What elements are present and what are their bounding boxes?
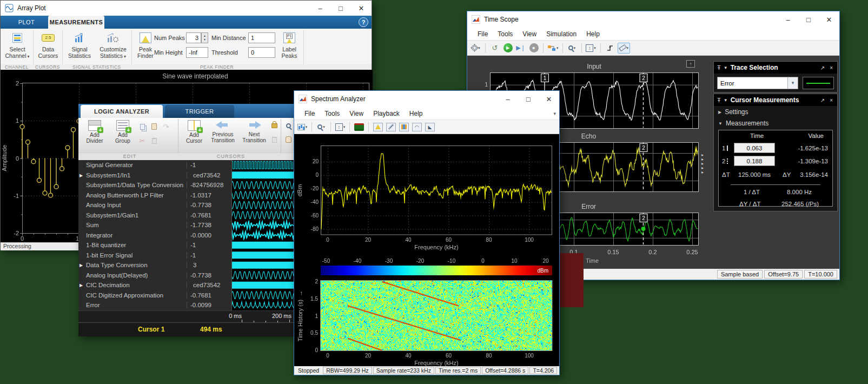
add-group-button[interactable]: + Add Group: [110, 120, 136, 144]
cursor2-time-input[interactable]: 0.188: [734, 156, 775, 166]
expand-arrow-icon[interactable]: ▶: [79, 263, 83, 268]
table-row[interactable]: Sum-1.7738: [78, 220, 231, 230]
zoom-in-button[interactable]: [284, 121, 293, 130]
threshold-input[interactable]: 0: [248, 47, 275, 58]
table-row[interactable]: 1-Bit quantizer-1: [78, 240, 231, 250]
stop-button[interactable]: ■: [528, 43, 539, 54]
cursor-name[interactable]: Cursor 1: [138, 326, 164, 333]
cursor1-time-input[interactable]: 0.063: [734, 143, 775, 153]
autoscale-button[interactable]: ↕▾: [335, 122, 346, 133]
signal-statistics-button[interactable]: Signal Statistics: [64, 31, 95, 59]
maximize-button[interactable]: □: [518, 91, 539, 107]
menu-item-file[interactable]: File: [473, 29, 493, 39]
menu-item-file[interactable]: File: [300, 108, 320, 119]
add-cursor-button[interactable]: + Add Cursor: [182, 120, 206, 144]
redo-button[interactable]: ↷: [162, 122, 170, 131]
collapse-icon[interactable]: ▼: [724, 65, 728, 70]
settings-row[interactable]: ▶ Settings: [714, 106, 753, 118]
step-forward-button[interactable]: ▶❘: [515, 43, 526, 54]
min-distance-input[interactable]: 1: [248, 32, 275, 43]
zoom-button[interactable]: ▾: [316, 122, 327, 133]
pin-icon[interactable]: Ŧ: [717, 97, 721, 103]
next-transition-button[interactable]: Next Transition: [240, 120, 269, 143]
cut-button[interactable]: ✂: [138, 136, 147, 145]
menu-item-simulation[interactable]: Simulation: [541, 29, 581, 39]
menu-item-tools[interactable]: Tools: [493, 29, 518, 39]
tab-trigger[interactable]: TRIGGER: [165, 105, 234, 118]
highlight-block-button[interactable]: ▾: [547, 43, 559, 54]
lock-cursor-button[interactable]: [270, 120, 279, 129]
minimize-button[interactable]: –: [310, 1, 330, 16]
rewind-button[interactable]: ↺: [489, 43, 500, 54]
add-divider-button[interactable]: + Add Divider: [82, 120, 108, 144]
collapse-icon[interactable]: ▼: [724, 98, 728, 103]
spectral-mask-button[interactable]: ◣: [425, 122, 435, 133]
table-row[interactable]: Analog Input(Delayed)-0.7738: [78, 270, 231, 281]
delete-button[interactable]: [150, 136, 158, 145]
table-row[interactable]: Error-0.0099: [78, 300, 231, 310]
zoom-button[interactable]: ▾: [567, 43, 578, 54]
table-row[interactable]: ▶Data Type Conversion3: [78, 260, 231, 270]
menu-item-help[interactable]: Help: [581, 29, 605, 39]
undock-icon[interactable]: ↗: [819, 97, 826, 103]
close-button[interactable]: ✕: [539, 91, 559, 107]
table-row[interactable]: ▶CIC Decimationced73542: [78, 280, 231, 290]
table-row[interactable]: Signal Generator-1: [78, 160, 231, 170]
panel-collapse-icon[interactable]: ↑: [686, 60, 695, 68]
label-peaks-button[interactable]: P1 Label Peaks: [277, 31, 301, 59]
help-button[interactable]: ?: [359, 17, 368, 27]
trace-select-dropdown[interactable]: Error ▼: [717, 77, 798, 89]
table-row[interactable]: Integrator-0.0000: [78, 230, 231, 241]
customize-statistics-button[interactable]: Customize Statistics: [96, 31, 130, 59]
menu-item-view[interactable]: View: [518, 29, 541, 39]
expand-arrow-icon[interactable]: ▶: [79, 283, 83, 288]
channel-measurements-button[interactable]: [399, 122, 409, 133]
min-height-input[interactable]: -Inf: [186, 47, 208, 58]
data-cursors-button[interactable]: 2.5 Data Cursors: [35, 31, 61, 59]
close-button[interactable]: ✕: [351, 1, 372, 16]
autoscale-button[interactable]: ↕▾: [586, 43, 597, 54]
undock-icon[interactable]: ↗: [819, 65, 826, 71]
peak-finder-button[interactable]: [373, 122, 383, 133]
pan-button[interactable]: [284, 135, 293, 144]
minimize-button[interactable]: –: [778, 11, 798, 28]
distortion-measurements-button[interactable]: [386, 122, 396, 133]
table-row[interactable]: CIC Digitized Approximation-0.7681: [78, 290, 231, 301]
spectrum-settings-button[interactable]: ▾: [297, 122, 308, 133]
tab-logic-analyzer[interactable]: LOGIC ANALYZER: [81, 105, 163, 118]
table-row[interactable]: Subsystem1/Data Type Conversion-82475692…: [78, 180, 231, 190]
play-button[interactable]: ▶: [502, 43, 513, 54]
paste-button[interactable]: [150, 122, 158, 131]
ccdf-measurements-button[interactable]: ◠: [412, 122, 422, 133]
toolbar-overflow-icon[interactable]: ▾: [548, 109, 559, 118]
panel-expander[interactable]: ▸▸▸▸▸: [701, 153, 704, 174]
menu-item-tools[interactable]: Tools: [320, 108, 344, 119]
delete-cursor-button[interactable]: [270, 135, 279, 144]
cursor-measurements-button[interactable]: ▾: [618, 43, 631, 54]
previous-transition-button[interactable]: Previous Transition: [208, 120, 237, 143]
table-row[interactable]: 1-bit Error Signal-1: [78, 250, 231, 261]
close-icon[interactable]: ×: [829, 65, 834, 71]
maximize-button[interactable]: □: [330, 1, 351, 16]
menu-item-view[interactable]: View: [344, 108, 368, 119]
copy-button[interactable]: [138, 122, 147, 131]
measurements-row[interactable]: ▼ Measurements: [714, 117, 773, 129]
tab-plot[interactable]: PLOT: [9, 16, 44, 29]
table-row[interactable]: Analog Input-0.7738: [78, 200, 231, 210]
maximize-button[interactable]: □: [798, 11, 819, 28]
table-row[interactable]: Analog Butterworth LP Filter-1.0317: [78, 190, 231, 201]
num-peaks-input[interactable]: 3: [186, 32, 201, 43]
num-peaks-spinner[interactable]: ▲▼: [201, 32, 208, 43]
pin-icon[interactable]: Ŧ: [717, 64, 721, 71]
expand-arrow-icon[interactable]: ▶: [79, 173, 83, 177]
select-channel-button[interactable]: Select Channel: [2, 31, 33, 59]
close-icon[interactable]: ×: [829, 97, 834, 103]
tab-measurements[interactable]: MEASUREMENTS: [48, 16, 104, 29]
table-row[interactable]: ▶Subsystem1/In1ced73542: [78, 170, 231, 181]
trigger-button[interactable]: [605, 43, 615, 54]
menu-item-playback[interactable]: Playback: [368, 108, 405, 119]
minimize-button[interactable]: –: [498, 91, 518, 107]
menu-item-help[interactable]: Help: [405, 108, 428, 119]
spectrum-view-button[interactable]: [354, 122, 365, 133]
close-button[interactable]: ✕: [819, 11, 839, 28]
